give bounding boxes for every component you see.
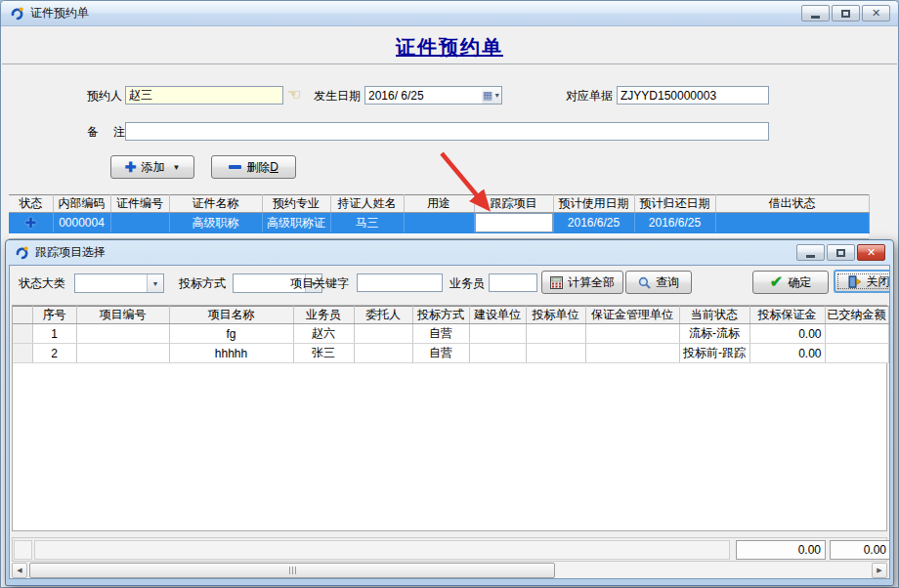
cell-bid-deposit[interactable]: 0.00: [749, 344, 825, 363]
cell-bid-deposit[interactable]: 0.00: [749, 324, 825, 344]
tracking-project-cell-input[interactable]: [475, 213, 553, 232]
cell-bid-unit[interactable]: [526, 324, 585, 344]
maximize-icon[interactable]: [832, 5, 860, 21]
col-holder-name[interactable]: 持证人姓名: [330, 195, 404, 213]
cell-seq[interactable]: 2: [32, 344, 76, 363]
cell-salesman[interactable]: 张三: [293, 344, 354, 363]
calendar-dropdown-icon[interactable]: ▦▼: [482, 86, 502, 105]
col-project-name[interactable]: 项目名称: [169, 307, 293, 324]
maximize-icon[interactable]: [827, 244, 855, 261]
delete-button[interactable]: 删除D: [211, 155, 296, 179]
col-usage[interactable]: 用途: [404, 195, 474, 213]
cell-bid-method[interactable]: 自营: [412, 344, 469, 363]
col-project-code[interactable]: 项目编号: [76, 307, 169, 324]
calc-all-button[interactable]: 计算全部: [541, 271, 623, 294]
cell-current-status[interactable]: 流标-流标: [679, 324, 749, 344]
cell-paid-amount[interactable]: [825, 324, 888, 344]
cell-expect-use-date[interactable]: 2016/6/25: [553, 213, 634, 233]
cell-project-name[interactable]: hhhhh: [169, 344, 293, 363]
page-title: 证件预约单: [1, 34, 898, 61]
scrollbar-thumb[interactable]: [29, 563, 555, 578]
cell-client[interactable]: [354, 344, 412, 363]
footer-strip: [34, 540, 730, 560]
app-logo-icon: [14, 245, 29, 261]
cell-cert-name[interactable]: 高级职称: [169, 213, 262, 233]
cell-client[interactable]: [354, 324, 412, 344]
footer-selector-cell: [14, 540, 32, 560]
cell-current-status[interactable]: 投标前-跟踪: [679, 344, 749, 363]
col-internal-code[interactable]: 内部编码: [53, 195, 110, 213]
col-bid-deposit[interactable]: 投标保证金: [749, 307, 825, 324]
cell-project-code[interactable]: [76, 344, 169, 363]
scroll-right-icon[interactable]: ▶: [872, 563, 887, 578]
cell-project-name[interactable]: fg: [169, 324, 293, 344]
query-button[interactable]: 查询: [625, 271, 692, 294]
cell-cert-no[interactable]: [110, 213, 169, 233]
status-category-select[interactable]: ▼: [74, 273, 164, 293]
col-cert-name[interactable]: 证件名称: [169, 195, 262, 213]
minimize-icon[interactable]: [801, 5, 830, 21]
cell-internal-code[interactable]: 0000004: [53, 213, 110, 233]
calc-all-label: 计算全部: [568, 274, 615, 291]
table-row[interactable]: ✚ 0000004 高级职称 高级职称证 马三 2016/6/25 2016/6…: [9, 213, 869, 233]
dialog-titlebar[interactable]: 跟踪项目选择 ✕: [9, 240, 890, 265]
chevron-down-icon: ▼: [147, 274, 163, 292]
ok-button[interactable]: ✔ 确定: [752, 271, 829, 294]
col-current-status[interactable]: 当前状态: [679, 307, 749, 324]
cell-deposit-unit[interactable]: [585, 344, 679, 363]
row-selector[interactable]: [13, 324, 32, 344]
cell-expect-return-date[interactable]: 2016/6/25: [634, 213, 715, 233]
salesman-input[interactable]: [489, 273, 537, 292]
col-client[interactable]: 委托人: [354, 307, 412, 324]
plus-icon: ✚: [125, 160, 137, 174]
col-tracking-project[interactable]: 跟踪项目: [474, 195, 553, 213]
cell-project-code[interactable]: [76, 324, 169, 344]
cell-deposit-unit[interactable]: [585, 324, 679, 344]
cell-bid-method[interactable]: 自营: [412, 324, 469, 344]
minimize-icon[interactable]: [796, 244, 825, 261]
occur-date-input[interactable]: [364, 86, 483, 105]
cell-build-unit[interactable]: [469, 344, 526, 363]
ok-label: 确定: [788, 274, 811, 291]
add-button[interactable]: ✚ 添加 ▼: [110, 155, 194, 179]
row-selector[interactable]: [13, 344, 32, 363]
col-bid-unit[interactable]: 投标单位: [526, 307, 585, 324]
col-salesman[interactable]: 业务员: [293, 307, 354, 324]
close-icon[interactable]: ✕: [857, 244, 885, 261]
app-logo-icon: [9, 6, 24, 21]
col-lend-status[interactable]: 借出状态: [715, 195, 869, 213]
cell-bid-unit[interactable]: [526, 344, 585, 363]
cell-seq[interactable]: 1: [32, 324, 76, 344]
col-row-selector: [13, 307, 32, 324]
table-row[interactable]: 1 fg 赵六 自营 流标-流标 0.00: [13, 324, 888, 344]
col-expect-return-date[interactable]: 预计归还日期: [634, 195, 715, 213]
remark-input[interactable]: [125, 122, 769, 141]
table-row[interactable]: 2 hhhhh 张三 自营 投标前-跟踪 0.00: [13, 344, 888, 363]
close-icon[interactable]: ✕: [862, 5, 890, 21]
cell-reserve-major[interactable]: 高级职称证: [262, 213, 330, 233]
horizontal-scrollbar[interactable]: ◀ ▶: [12, 563, 887, 578]
keyword-label: 项目关键字: [290, 273, 349, 293]
col-build-unit[interactable]: 建设单位: [469, 307, 526, 324]
reserver-input[interactable]: [125, 86, 283, 105]
col-seq[interactable]: 序号: [32, 307, 76, 324]
cell-lend-status[interactable]: [715, 213, 869, 233]
top-window-titlebar[interactable]: 证件预约单 ✕: [1, 1, 898, 26]
close-dialog-button[interactable]: 关闭: [834, 270, 890, 293]
keyword-input[interactable]: [357, 273, 443, 292]
doc-input[interactable]: [617, 86, 769, 105]
col-reserve-major[interactable]: 预约专业: [262, 195, 330, 213]
cell-salesman[interactable]: 赵六: [293, 324, 354, 344]
col-cert-no[interactable]: 证件编号: [110, 195, 169, 213]
col-expect-use-date[interactable]: 预计使用日期: [553, 195, 634, 213]
cell-holder-name[interactable]: 马三: [330, 213, 404, 233]
scroll-left-icon[interactable]: ◀: [12, 563, 27, 578]
hand-pointer-icon[interactable]: ☜: [287, 85, 301, 104]
cell-build-unit[interactable]: [469, 324, 526, 344]
col-status[interactable]: 状态: [9, 195, 53, 213]
cell-usage[interactable]: [404, 213, 474, 233]
cell-paid-amount[interactable]: [825, 344, 888, 363]
col-deposit-unit[interactable]: 保证金管理单位: [585, 307, 679, 324]
col-paid-amount[interactable]: 已交纳金额: [825, 307, 888, 324]
col-bid-method[interactable]: 投标方式: [412, 307, 469, 324]
